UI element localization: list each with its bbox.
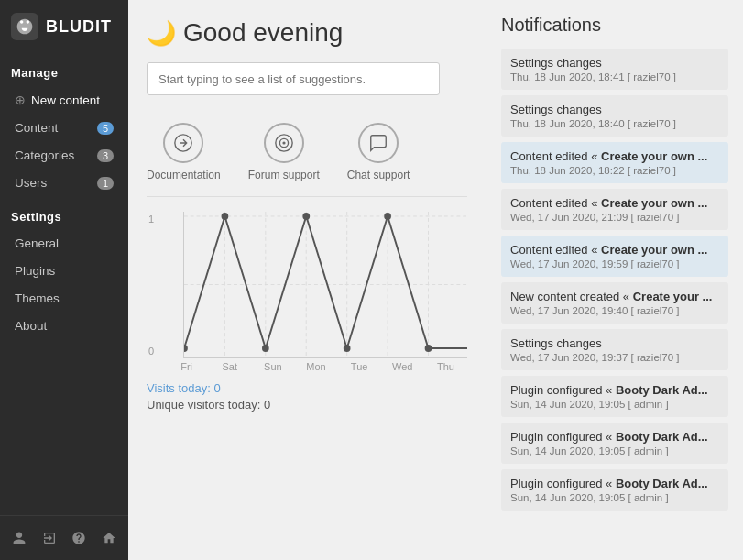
support-section: Documentation Forum support bbox=[147, 114, 467, 197]
home-icon[interactable] bbox=[97, 525, 122, 551]
sidebar-logo[interactable]: BLUDIT bbox=[0, 0, 128, 53]
chart-svg bbox=[184, 212, 467, 357]
svg-point-3 bbox=[283, 142, 285, 144]
documentation-link[interactable]: Documentation bbox=[147, 123, 221, 181]
settings-section: Settings General Plugins Themes About bbox=[0, 197, 128, 340]
notif-title: Plugin configured « Booty Dark Ad... bbox=[510, 477, 719, 490]
notif-title: Content edited « Create your own ... bbox=[510, 149, 719, 163]
sidebar-bottom bbox=[0, 515, 128, 560]
forum-label: Forum support bbox=[248, 169, 320, 181]
notification-item[interactable]: Settings changes Wed, 17 Jun 2020, 19:37… bbox=[501, 329, 728, 370]
notif-meta: Sun, 14 Jun 2020, 19:05 [ admin ] bbox=[510, 399, 719, 410]
svg-point-15 bbox=[344, 345, 351, 352]
sidebar-item-content[interactable]: Content 5 bbox=[4, 115, 125, 141]
settings-title: Settings bbox=[0, 197, 128, 229]
sidebar-item-label: Content bbox=[15, 121, 58, 135]
notification-item[interactable]: New content created « Create your ... We… bbox=[501, 282, 728, 324]
greeting: 🌙 Good evening bbox=[147, 18, 467, 48]
chat-label: Chat support bbox=[347, 169, 410, 181]
notif-title: Settings changes bbox=[510, 336, 719, 350]
notif-meta: Wed, 17 Jun 2020, 21:09 [ raziel70 ] bbox=[510, 212, 719, 223]
notification-item[interactable]: Plugin configured « Booty Dark Ad... Sun… bbox=[501, 376, 728, 417]
x-label-thu: Thu bbox=[424, 361, 467, 372]
app-title: BLUDIT bbox=[46, 17, 112, 37]
svg-point-12 bbox=[222, 213, 229, 220]
notification-item[interactable]: Plugin configured « Booty Dark Ad... Sun… bbox=[501, 423, 728, 464]
notif-title: Content edited « Create your own ... bbox=[510, 196, 719, 210]
notif-meta: Wed, 17 Jun 2020, 19:59 [ raziel70 ] bbox=[510, 258, 719, 269]
greeting-icon: 🌙 bbox=[147, 19, 176, 48]
forum-support-link[interactable]: Forum support bbox=[248, 123, 320, 181]
notification-item[interactable]: Settings changes Thu, 18 Jun 2020, 18:41… bbox=[501, 49, 728, 90]
users-badge: 1 bbox=[97, 177, 114, 190]
notification-item[interactable]: Content edited « Create your own ... Thu… bbox=[501, 142, 728, 183]
unique-visitors: Unique visitors today: 0 bbox=[147, 398, 467, 412]
notif-title: Plugin configured « Booty Dark Ad... bbox=[510, 430, 719, 444]
plus-circle-icon: ⊕ bbox=[15, 93, 26, 107]
notif-meta: Sun, 14 Jun 2020, 19:05 [ admin ] bbox=[510, 445, 719, 456]
categories-badge: 3 bbox=[97, 149, 114, 162]
sidebar-item-label: Plugins bbox=[15, 264, 55, 278]
sidebar-item-label: Users bbox=[15, 176, 47, 190]
notification-item[interactable]: Content edited « Create your own ... Wed… bbox=[501, 236, 728, 277]
svg-point-17 bbox=[184, 345, 188, 352]
visits-today: Visits today: 0 bbox=[147, 381, 467, 395]
sidebar-item-label: About bbox=[15, 319, 47, 333]
svg-point-18 bbox=[425, 345, 432, 352]
chart-x-labels: Fri Sat Sun Mon Tue Wed Thu bbox=[165, 361, 467, 372]
notification-item[interactable]: Plugin configured « Booty Dark Ad... Sun… bbox=[501, 469, 728, 511]
documentation-label: Documentation bbox=[147, 169, 221, 181]
sidebar-item-themes[interactable]: Themes bbox=[4, 285, 125, 312]
chart-container bbox=[183, 212, 467, 358]
notif-meta: Sun, 14 Jun 2020, 19:05 [ admin ] bbox=[510, 492, 719, 503]
notif-meta: Thu, 18 Jun 2020, 18:22 [ raziel70 ] bbox=[510, 165, 719, 176]
forum-icon bbox=[264, 123, 304, 163]
sidebar-item-about[interactable]: About bbox=[4, 313, 125, 339]
help-icon[interactable] bbox=[67, 525, 92, 551]
notification-item[interactable]: Settings changes Thu, 18 Jun 2020, 18:40… bbox=[501, 95, 728, 137]
x-label-sat: Sat bbox=[208, 361, 251, 372]
main-content: 🌙 Good evening Documentation bbox=[128, 0, 743, 560]
chat-support-link[interactable]: Chat support bbox=[347, 123, 410, 181]
content-badge: 5 bbox=[97, 122, 114, 135]
x-label-wed: Wed bbox=[381, 361, 424, 372]
sidebar-item-categories[interactable]: Categories 3 bbox=[4, 142, 125, 169]
chat-icon bbox=[358, 123, 399, 163]
visit-stats: Visits today: 0 Unique visitors today: 0 bbox=[147, 381, 467, 412]
sidebar: BLUDIT Manage ⊕ New content Content 5 Ca… bbox=[0, 0, 128, 560]
notif-title: Plugin configured « Booty Dark Ad... bbox=[510, 383, 719, 397]
svg-point-13 bbox=[262, 345, 269, 352]
notifications-panel: Notifications Settings changes Thu, 18 J… bbox=[486, 0, 743, 560]
sidebar-item-users[interactable]: Users 1 bbox=[4, 170, 125, 196]
notif-meta: Wed, 17 Jun 2020, 19:37 [ raziel70 ] bbox=[510, 352, 719, 363]
svg-point-16 bbox=[384, 213, 391, 220]
sidebar-item-general[interactable]: General bbox=[4, 230, 125, 257]
logo-icon bbox=[11, 13, 38, 40]
sidebar-item-label: New content bbox=[31, 93, 100, 107]
sidebar-item-plugins[interactable]: Plugins bbox=[4, 258, 125, 284]
left-panel: 🌙 Good evening Documentation bbox=[128, 0, 486, 560]
x-label-sun: Sun bbox=[251, 361, 294, 372]
notification-item[interactable]: Content edited « Create your own ... Wed… bbox=[501, 189, 728, 230]
documentation-icon bbox=[163, 123, 203, 163]
x-label-mon: Mon bbox=[294, 361, 337, 372]
notif-meta: Thu, 18 Jun 2020, 18:41 [ raziel70 ] bbox=[510, 71, 719, 82]
chart-y-bottom: 0 bbox=[148, 346, 154, 357]
x-label-tue: Tue bbox=[338, 361, 381, 372]
notif-title: New content created « Create your ... bbox=[510, 290, 719, 303]
svg-point-14 bbox=[302, 213, 310, 220]
chart-y-top: 1 bbox=[148, 214, 154, 225]
sidebar-item-label: Categories bbox=[15, 148, 74, 162]
logout-icon[interactable] bbox=[38, 525, 62, 551]
search-input[interactable] bbox=[158, 72, 428, 86]
sidebar-item-label: General bbox=[15, 236, 59, 250]
notifications-title: Notifications bbox=[501, 15, 728, 36]
sidebar-item-new-content[interactable]: ⊕ New content bbox=[4, 86, 125, 114]
notif-title: Settings changes bbox=[510, 103, 719, 116]
manage-section: Manage ⊕ New content Content 5 Categorie… bbox=[0, 53, 128, 197]
notif-meta: Wed, 17 Jun 2020, 19:40 [ raziel70 ] bbox=[510, 305, 719, 316]
search-box[interactable] bbox=[147, 62, 440, 95]
profile-icon[interactable] bbox=[7, 525, 32, 551]
notif-meta: Thu, 18 Jun 2020, 18:40 [ raziel70 ] bbox=[510, 118, 719, 129]
manage-title: Manage bbox=[0, 53, 128, 85]
